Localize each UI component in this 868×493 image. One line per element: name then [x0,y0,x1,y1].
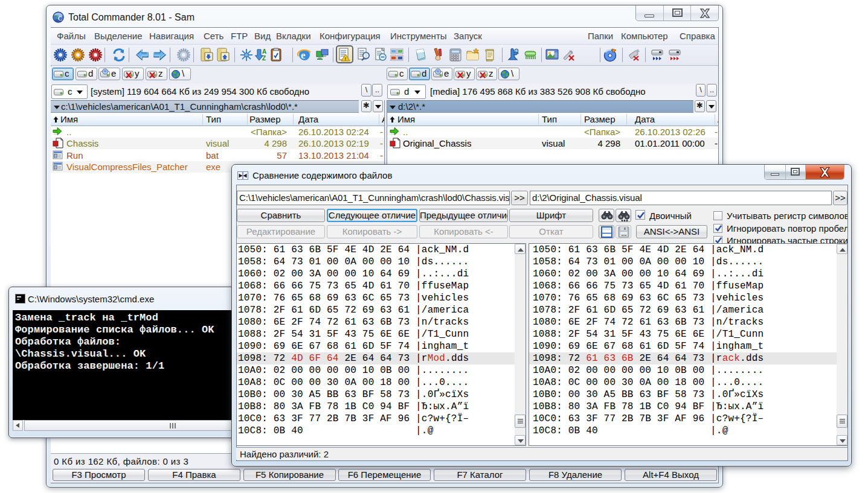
svg-text:C: C [58,15,62,22]
svg-text:e: e [301,49,306,61]
svg-text:!: ! [344,56,346,62]
svg-text:Z: Z [262,55,266,62]
svg-text:A: A [262,48,266,55]
